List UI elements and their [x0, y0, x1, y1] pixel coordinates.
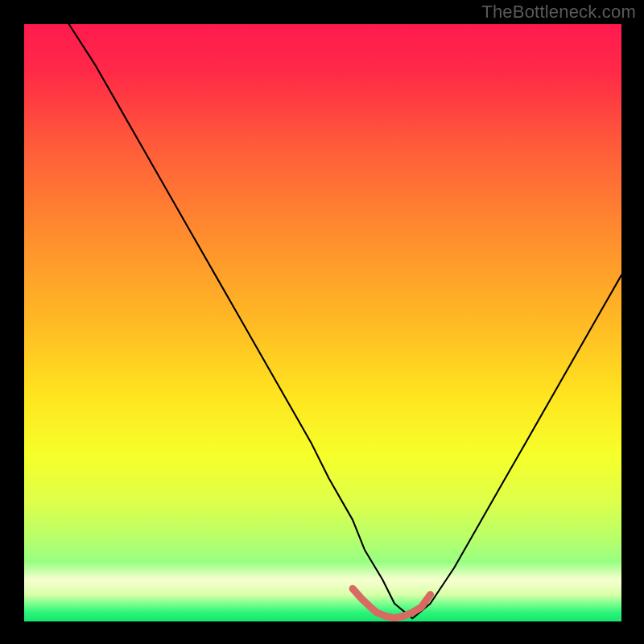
chart-frame: TheBottleneck.com	[0, 0, 644, 644]
chart-background	[24, 24, 621, 621]
bottleneck-chart	[0, 0, 644, 644]
